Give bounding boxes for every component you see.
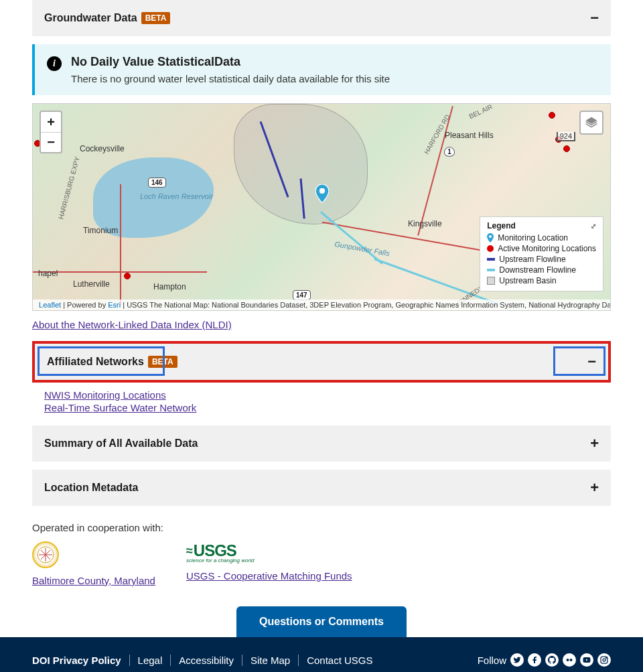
footer-links-row1: DOI Privacy Policy Legal Accessibility S…: [32, 655, 381, 666]
legend-title: Legend: [487, 221, 516, 230]
zoom-in-button[interactable]: +: [41, 112, 61, 132]
info-icon: i: [47, 56, 62, 71]
about-nldi-link[interactable]: About the Network-Linked Data Index (NLD…: [32, 319, 611, 330]
map-zoom-controls: + −: [40, 111, 62, 153]
cooperation-intro: Operated in cooperation with:: [32, 522, 611, 533]
highlight-box-right: [553, 346, 605, 376]
affiliated-link-nwis[interactable]: NWIS Monitoring Locations: [44, 389, 599, 401]
map[interactable]: Cockeysville Timonium Lutherville Hampto…: [32, 103, 611, 311]
legend-pin-icon: [487, 233, 494, 243]
legend-line-icon: [487, 269, 495, 271]
coop-link-baltimore[interactable]: Baltimore County, Maryland: [32, 575, 155, 586]
svg-point-1: [489, 235, 492, 238]
accordion-summary[interactable]: Summary of All Available Data +: [32, 425, 611, 462]
monitoring-dot[interactable]: [124, 273, 131, 279]
route-badge: 147: [293, 290, 311, 300]
legend-label: Downstream Flowline: [499, 265, 576, 275]
svg-point-0: [319, 188, 325, 194]
accordion-metadata[interactable]: Location Metadata +: [32, 470, 611, 506]
upstream-basin: [234, 104, 368, 224]
accordion-groundwater[interactable]: Groundwater Data BETA −: [32, 0, 611, 36]
map-label: Lutherville: [73, 279, 110, 289]
highlight-box-left: [38, 346, 165, 376]
coop-item-usgs: ≈USGS science for a changing world USGS …: [186, 541, 352, 586]
flickr-icon[interactable]: [563, 653, 576, 667]
follow-label: Follow: [478, 655, 506, 666]
footer: DOI Privacy Policy Legal Accessibility S…: [0, 637, 643, 672]
road: [417, 106, 453, 236]
map-attribution: Leaflet | Powered by Esri | USGS The Nat…: [33, 299, 610, 310]
map-label: Timonium: [83, 226, 118, 235]
legend-label: Upstream Basin: [499, 276, 556, 285]
legend-label: Upstream Flowline: [499, 255, 565, 264]
coop-item-baltimore: Baltimore County, Maryland: [32, 541, 155, 586]
map-label: Pleasant Hills: [445, 131, 494, 140]
questions-button[interactable]: Questions or Comments: [236, 606, 407, 637]
downstream-flowline: [320, 211, 383, 264]
svg-point-7: [606, 658, 607, 659]
collapse-icon: −: [590, 9, 599, 27]
monitoring-dot[interactable]: [563, 145, 570, 152]
expand-icon[interactable]: ⤢: [591, 222, 596, 230]
layers-icon: [585, 116, 598, 129]
legend-line-icon: [487, 258, 495, 261]
affiliated-link-realtime[interactable]: Real-Time Surface Water Network: [44, 402, 599, 413]
github-icon[interactable]: [545, 653, 559, 667]
esri-link[interactable]: Esri: [108, 301, 121, 309]
baltimore-seal-icon: [32, 541, 59, 568]
svg-point-4: [570, 659, 573, 661]
follow-section: Follow: [478, 653, 611, 667]
info-title: No Daily Value StatisticalData: [71, 55, 390, 69]
leaflet-link[interactable]: Leaflet: [39, 301, 61, 309]
layers-button[interactable]: [579, 111, 603, 135]
accordion-metadata-title: Location Metadata: [44, 482, 138, 494]
footer-link-accessibility[interactable]: Accessibility: [171, 655, 242, 666]
info-banner: i No Daily Value StatisticalData There i…: [32, 44, 611, 95]
facebook-icon[interactable]: [528, 653, 541, 667]
location-marker-icon[interactable]: [315, 184, 329, 203]
map-legend: Legend ⤢ Monitoring Location Active Moni…: [480, 216, 603, 291]
footer-link-contact[interactable]: Contact USGS: [299, 655, 380, 666]
legend-box-icon: [487, 277, 495, 285]
legend-label: Monitoring Location: [498, 233, 568, 243]
map-label: Hampton: [153, 282, 186, 291]
beta-badge: BETA: [141, 12, 171, 24]
twitter-icon[interactable]: [510, 653, 524, 667]
map-scale: 924: [557, 132, 575, 141]
legend-dot-icon: [487, 245, 494, 252]
expand-icon: +: [590, 479, 599, 496]
coop-link-usgs[interactable]: USGS - Cooperative Matching Funds: [186, 570, 352, 582]
footer-link-sitemap[interactable]: Site Map: [242, 655, 299, 666]
footer-link-privacy[interactable]: DOI Privacy Policy: [32, 655, 130, 666]
instagram-icon[interactable]: [597, 653, 611, 667]
svg-point-6: [603, 659, 605, 661]
accordion-affiliated-highlighted: Affiliated Networks BETA −: [32, 341, 611, 383]
map-label: Cockeysville: [80, 144, 125, 153]
map-label: hapel: [38, 269, 58, 278]
road: [120, 184, 121, 305]
affiliated-links: NWIS Monitoring Locations Real-Time Surf…: [32, 383, 611, 417]
map-label: Gunpowder Falls: [334, 240, 390, 257]
map-label: HARRISBURG EXPY: [57, 156, 81, 220]
legend-label: Active Monitoring Locations: [498, 244, 596, 253]
youtube-icon[interactable]: [580, 653, 593, 667]
usgs-logo-icon: ≈USGS science for a changing world: [186, 541, 352, 563]
zoom-out-button[interactable]: −: [41, 132, 61, 152]
map-label: Loch Raven Reservoir: [140, 192, 213, 200]
accordion-groundwater-title: Groundwater Data: [44, 12, 137, 24]
footer-link-legal[interactable]: Legal: [130, 655, 171, 666]
svg-point-3: [567, 659, 569, 661]
accordion-summary-title: Summary of All Available Data: [44, 438, 198, 450]
expand-icon: +: [590, 435, 599, 452]
map-label: BEL AIR: [468, 103, 494, 120]
route-badge: 146: [148, 178, 166, 188]
route-badge: 1: [444, 147, 455, 157]
info-text: There is no ground water level statistic…: [71, 73, 390, 84]
monitoring-dot[interactable]: [549, 112, 555, 119]
map-label: Kingsville: [408, 219, 442, 228]
